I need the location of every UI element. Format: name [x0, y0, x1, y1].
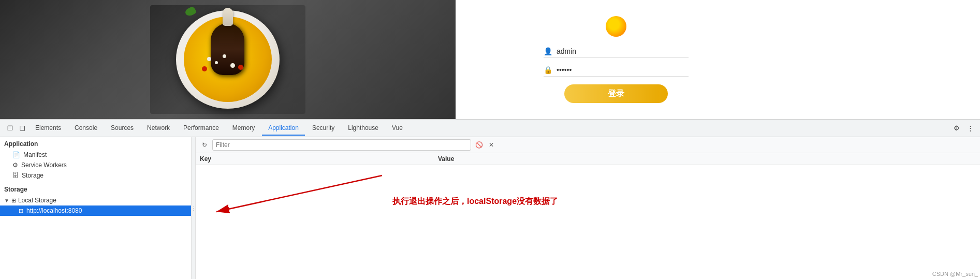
table-body: 执行退出操作之后，localStorage没有数据了 [196, 165, 980, 279]
sidebar-item-localhost[interactable]: ⊞ http://localhost:8080 [0, 205, 191, 216]
right-section [777, 0, 980, 119]
csdn-watermark: CSDN @Mr_sun_ [932, 271, 978, 277]
resize-handle[interactable]: ⋮ [192, 137, 196, 279]
tab-memory[interactable]: Memory [226, 121, 261, 136]
manifest-icon: 📄 [12, 151, 20, 158]
clear-icon[interactable]: ✕ [487, 140, 496, 150]
sidebar-item-service-workers[interactable]: ⚙ Service Workers [0, 160, 191, 170]
col-key: Key [200, 155, 438, 163]
more-options-icon[interactable]: ⋮ [964, 123, 976, 134]
sidebar-item-manifest[interactable]: 📄 Manifest [0, 150, 191, 160]
food-image [0, 0, 456, 119]
filter-input[interactable] [212, 139, 471, 151]
username-value: admin [557, 47, 576, 55]
localhost-url-label: http://localhost:8080 [26, 207, 82, 214]
password-row: 🔒 •••••• [544, 66, 689, 77]
username-row: 👤 admin [544, 47, 689, 58]
password-value: •••••• [557, 66, 572, 74]
devtools-content: ↻ 🚫 ✕ Key Value [196, 137, 980, 279]
lock-icon: 🔒 [544, 66, 552, 74]
tab-sources[interactable]: Sources [105, 121, 140, 136]
sidebar-item-storage-app[interactable]: 🗄 Storage [0, 170, 191, 181]
grid-icon: ⊞ [11, 197, 16, 204]
annotation-overlay: 执行退出操作之后，localStorage没有数据了 [196, 165, 980, 279]
tab-security[interactable]: Security [306, 121, 341, 136]
chevron-down-icon: ▼ [4, 198, 9, 203]
tab-network[interactable]: Network [141, 121, 176, 136]
grid-icon-child: ⊞ [19, 208, 23, 214]
content-table: Key Value 执行退出操作之后，localStorage [196, 153, 980, 279]
login-section: 👤 admin 🔒 •••••• 登录 [456, 0, 777, 119]
settings-icon[interactable]: ⚙ [951, 123, 962, 134]
tab-elements[interactable]: Elements [29, 121, 67, 136]
user-icon: 👤 [544, 47, 552, 55]
storage-app-icon: 🗄 [12, 172, 19, 179]
resize-dots: ⋮ [191, 205, 196, 211]
local-storage-expandable[interactable]: ▼ ⊞ Local Storage [0, 195, 191, 205]
storage-section-title: Storage [0, 183, 191, 195]
browser-viewport: 👤 admin 🔒 •••••• 登录 [0, 0, 980, 119]
col-value: Value [438, 155, 976, 163]
tab-vue[interactable]: Vue [386, 121, 409, 136]
devtools-right-icons: ⚙ ⋮ [951, 123, 976, 134]
application-section-title: Application [0, 137, 191, 150]
tab-lighthouse[interactable]: Lighthouse [342, 121, 385, 136]
arrow-svg [211, 170, 387, 222]
food-image-section [0, 0, 456, 119]
sidebar-item-storage-app-label: Storage [22, 172, 43, 179]
annotation-text: 执行退出操作之后，localStorage没有数据了 [392, 196, 558, 207]
table-header: Key Value [196, 153, 980, 165]
logo-area [606, 16, 626, 37]
content-toolbar: ↻ 🚫 ✕ [196, 137, 980, 153]
logo-icon [606, 16, 626, 37]
tab-console[interactable]: Console [68, 121, 104, 136]
service-workers-icon: ⚙ [12, 161, 18, 169]
login-button[interactable]: 登录 [564, 84, 668, 103]
dock-icon-1[interactable]: ❐ [4, 123, 16, 134]
sidebar-item-manifest-label: Manifest [23, 151, 47, 158]
tab-application[interactable]: Application [262, 121, 305, 136]
tab-performance[interactable]: Performance [177, 121, 225, 136]
devtools-main: Application 📄 Manifest ⚙ Service Workers… [0, 137, 980, 279]
devtools-sidebar: Application 📄 Manifest ⚙ Service Workers… [0, 137, 192, 279]
refresh-icon[interactable]: ↻ [200, 140, 209, 150]
sidebar-item-service-workers-label: Service Workers [21, 161, 67, 169]
local-storage-label: Local Storage [18, 197, 56, 204]
svg-line-1 [216, 175, 382, 212]
devtools-tabs-bar: ❐ ❑ Elements Console Sources Network Per… [0, 119, 980, 137]
block-icon[interactable]: 🚫 [474, 140, 484, 150]
dock-icon-2[interactable]: ❑ [17, 123, 28, 134]
